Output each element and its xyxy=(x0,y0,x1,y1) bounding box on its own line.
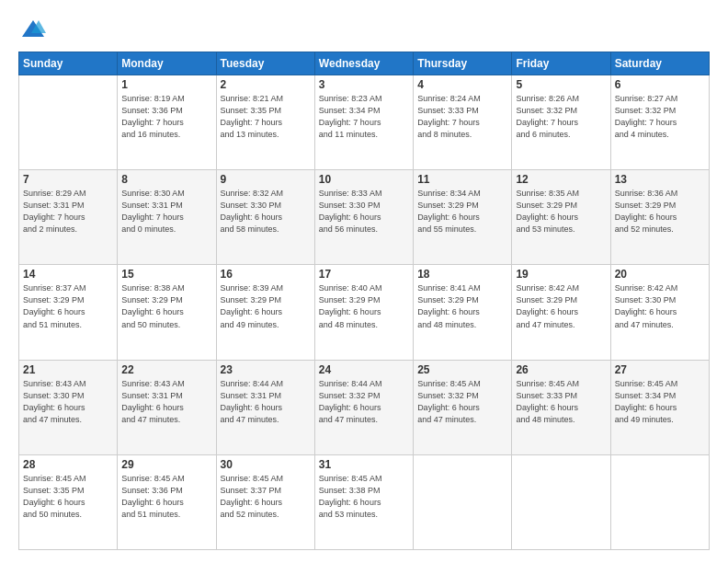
day-number: 8 xyxy=(121,173,211,186)
calendar-cell: 3Sunrise: 8:23 AM Sunset: 3:34 PM Daylig… xyxy=(314,75,413,170)
calendar-cell: 9Sunrise: 8:32 AM Sunset: 3:30 PM Daylig… xyxy=(216,170,314,265)
calendar-cell: 16Sunrise: 8:39 AM Sunset: 3:29 PM Dayli… xyxy=(216,265,314,360)
calendar-week-row: 1Sunrise: 8:19 AM Sunset: 3:36 PM Daylig… xyxy=(19,75,710,170)
day-number: 29 xyxy=(121,458,211,471)
day-info: Sunrise: 8:29 AM Sunset: 3:31 PM Dayligh… xyxy=(23,188,113,236)
calendar-cell: 26Sunrise: 8:45 AM Sunset: 3:33 PM Dayli… xyxy=(512,360,610,454)
day-number: 25 xyxy=(417,363,507,376)
calendar-cell: 31Sunrise: 8:45 AM Sunset: 3:38 PM Dayli… xyxy=(314,454,413,549)
day-info: Sunrise: 8:34 AM Sunset: 3:29 PM Dayligh… xyxy=(417,188,507,236)
day-info: Sunrise: 8:37 AM Sunset: 3:29 PM Dayligh… xyxy=(23,282,113,330)
day-number: 15 xyxy=(121,268,211,281)
weekday-header-friday: Friday xyxy=(512,52,610,75)
weekday-header-tuesday: Tuesday xyxy=(216,52,314,75)
calendar-cell: 7Sunrise: 8:29 AM Sunset: 3:31 PM Daylig… xyxy=(19,170,118,265)
day-number: 16 xyxy=(221,268,311,281)
day-info: Sunrise: 8:42 AM Sunset: 3:30 PM Dayligh… xyxy=(615,282,705,330)
day-info: Sunrise: 8:45 AM Sunset: 3:37 PM Dayligh… xyxy=(221,473,311,521)
calendar-cell: 25Sunrise: 8:45 AM Sunset: 3:32 PM Dayli… xyxy=(414,360,512,454)
day-number: 22 xyxy=(121,363,211,376)
calendar-cell: 18Sunrise: 8:41 AM Sunset: 3:29 PM Dayli… xyxy=(414,265,512,360)
calendar-cell: 29Sunrise: 8:45 AM Sunset: 3:36 PM Dayli… xyxy=(118,454,216,549)
weekday-header-wednesday: Wednesday xyxy=(314,52,413,75)
logo xyxy=(18,17,46,42)
day-number: 18 xyxy=(417,268,507,281)
calendar-cell: 22Sunrise: 8:43 AM Sunset: 3:31 PM Dayli… xyxy=(118,360,216,454)
day-info: Sunrise: 8:19 AM Sunset: 3:36 PM Dayligh… xyxy=(121,93,211,141)
calendar-cell: 10Sunrise: 8:33 AM Sunset: 3:30 PM Dayli… xyxy=(314,170,413,265)
day-info: Sunrise: 8:45 AM Sunset: 3:33 PM Dayligh… xyxy=(516,378,606,426)
calendar-cell: 5Sunrise: 8:26 AM Sunset: 3:32 PM Daylig… xyxy=(512,75,610,170)
day-number: 7 xyxy=(23,173,113,186)
day-number: 14 xyxy=(23,268,113,281)
calendar-week-row: 21Sunrise: 8:43 AM Sunset: 3:30 PM Dayli… xyxy=(19,360,710,454)
day-number: 20 xyxy=(615,268,705,281)
day-info: Sunrise: 8:30 AM Sunset: 3:31 PM Dayligh… xyxy=(121,188,211,236)
calendar-cell: 21Sunrise: 8:43 AM Sunset: 3:30 PM Dayli… xyxy=(19,360,118,454)
day-info: Sunrise: 8:45 AM Sunset: 3:32 PM Dayligh… xyxy=(417,378,507,426)
calendar-week-row: 14Sunrise: 8:37 AM Sunset: 3:29 PM Dayli… xyxy=(19,265,710,360)
calendar-cell: 19Sunrise: 8:42 AM Sunset: 3:29 PM Dayli… xyxy=(512,265,610,360)
day-number: 24 xyxy=(319,363,409,376)
logo-icon xyxy=(20,17,46,42)
calendar-cell: 2Sunrise: 8:21 AM Sunset: 3:35 PM Daylig… xyxy=(216,75,314,170)
weekday-header-saturday: Saturday xyxy=(610,52,709,75)
day-info: Sunrise: 8:45 AM Sunset: 3:35 PM Dayligh… xyxy=(23,473,113,521)
day-number: 3 xyxy=(319,78,409,91)
calendar-cell: 17Sunrise: 8:40 AM Sunset: 3:29 PM Dayli… xyxy=(314,265,413,360)
calendar-cell xyxy=(19,75,118,170)
day-info: Sunrise: 8:38 AM Sunset: 3:29 PM Dayligh… xyxy=(121,282,211,330)
calendar-week-row: 7Sunrise: 8:29 AM Sunset: 3:31 PM Daylig… xyxy=(19,170,710,265)
calendar-week-row: 28Sunrise: 8:45 AM Sunset: 3:35 PM Dayli… xyxy=(19,454,710,549)
calendar-cell: 11Sunrise: 8:34 AM Sunset: 3:29 PM Dayli… xyxy=(414,170,512,265)
day-number: 31 xyxy=(319,458,409,471)
day-info: Sunrise: 8:43 AM Sunset: 3:30 PM Dayligh… xyxy=(23,378,113,426)
day-info: Sunrise: 8:35 AM Sunset: 3:29 PM Dayligh… xyxy=(516,188,606,236)
day-info: Sunrise: 8:40 AM Sunset: 3:29 PM Dayligh… xyxy=(319,282,409,330)
day-info: Sunrise: 8:44 AM Sunset: 3:31 PM Dayligh… xyxy=(221,378,311,426)
header xyxy=(18,17,710,42)
day-info: Sunrise: 8:41 AM Sunset: 3:29 PM Dayligh… xyxy=(417,282,507,330)
day-info: Sunrise: 8:24 AM Sunset: 3:33 PM Dayligh… xyxy=(417,93,507,141)
day-number: 12 xyxy=(516,173,606,186)
day-info: Sunrise: 8:21 AM Sunset: 3:35 PM Dayligh… xyxy=(221,93,311,141)
day-info: Sunrise: 8:23 AM Sunset: 3:34 PM Dayligh… xyxy=(319,93,409,141)
calendar-cell: 4Sunrise: 8:24 AM Sunset: 3:33 PM Daylig… xyxy=(414,75,512,170)
calendar-cell: 8Sunrise: 8:30 AM Sunset: 3:31 PM Daylig… xyxy=(118,170,216,265)
weekday-header-row: SundayMondayTuesdayWednesdayThursdayFrid… xyxy=(19,52,710,75)
day-info: Sunrise: 8:42 AM Sunset: 3:29 PM Dayligh… xyxy=(516,282,606,330)
day-info: Sunrise: 8:27 AM Sunset: 3:32 PM Dayligh… xyxy=(615,93,705,141)
day-number: 19 xyxy=(516,268,606,281)
day-number: 9 xyxy=(221,173,311,186)
day-number: 6 xyxy=(615,78,705,91)
calendar-cell xyxy=(512,454,610,549)
day-number: 23 xyxy=(221,363,311,376)
weekday-header-thursday: Thursday xyxy=(414,52,512,75)
day-number: 2 xyxy=(221,78,311,91)
calendar-cell: 28Sunrise: 8:45 AM Sunset: 3:35 PM Dayli… xyxy=(19,454,118,549)
day-info: Sunrise: 8:39 AM Sunset: 3:29 PM Dayligh… xyxy=(221,282,311,330)
day-info: Sunrise: 8:32 AM Sunset: 3:30 PM Dayligh… xyxy=(221,188,311,236)
day-number: 28 xyxy=(23,458,113,471)
calendar-cell: 1Sunrise: 8:19 AM Sunset: 3:36 PM Daylig… xyxy=(118,75,216,170)
day-info: Sunrise: 8:43 AM Sunset: 3:31 PM Dayligh… xyxy=(121,378,211,426)
day-number: 21 xyxy=(23,363,113,376)
calendar-table: SundayMondayTuesdayWednesdayThursdayFrid… xyxy=(18,52,710,550)
calendar-cell xyxy=(414,454,512,549)
calendar-cell: 15Sunrise: 8:38 AM Sunset: 3:29 PM Dayli… xyxy=(118,265,216,360)
day-info: Sunrise: 8:45 AM Sunset: 3:34 PM Dayligh… xyxy=(615,378,705,426)
day-number: 17 xyxy=(319,268,409,281)
day-number: 11 xyxy=(417,173,507,186)
day-info: Sunrise: 8:33 AM Sunset: 3:30 PM Dayligh… xyxy=(319,188,409,236)
day-number: 27 xyxy=(615,363,705,376)
calendar-cell: 14Sunrise: 8:37 AM Sunset: 3:29 PM Dayli… xyxy=(19,265,118,360)
day-number: 26 xyxy=(516,363,606,376)
day-info: Sunrise: 8:45 AM Sunset: 3:36 PM Dayligh… xyxy=(121,473,211,521)
day-number: 4 xyxy=(417,78,507,91)
day-info: Sunrise: 8:44 AM Sunset: 3:32 PM Dayligh… xyxy=(319,378,409,426)
day-number: 10 xyxy=(319,173,409,186)
page: SundayMondayTuesdayWednesdayThursdayFrid… xyxy=(0,0,728,563)
day-number: 13 xyxy=(615,173,705,186)
calendar-cell: 24Sunrise: 8:44 AM Sunset: 3:32 PM Dayli… xyxy=(314,360,413,454)
calendar-cell: 23Sunrise: 8:44 AM Sunset: 3:31 PM Dayli… xyxy=(216,360,314,454)
